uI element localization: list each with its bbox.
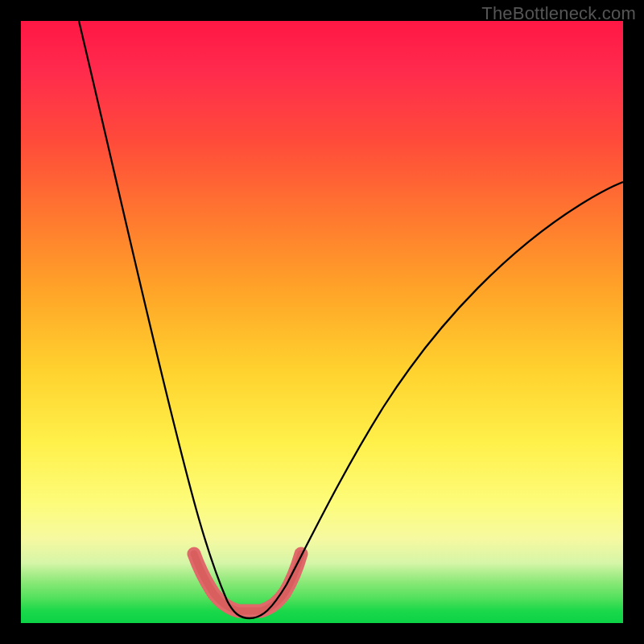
curve-layer xyxy=(21,21,623,623)
watermark-text: TheBottleneck.com xyxy=(481,3,636,24)
left-curve xyxy=(79,21,250,618)
chart-frame: TheBottleneck.com xyxy=(0,0,644,644)
plot-area xyxy=(21,21,623,623)
